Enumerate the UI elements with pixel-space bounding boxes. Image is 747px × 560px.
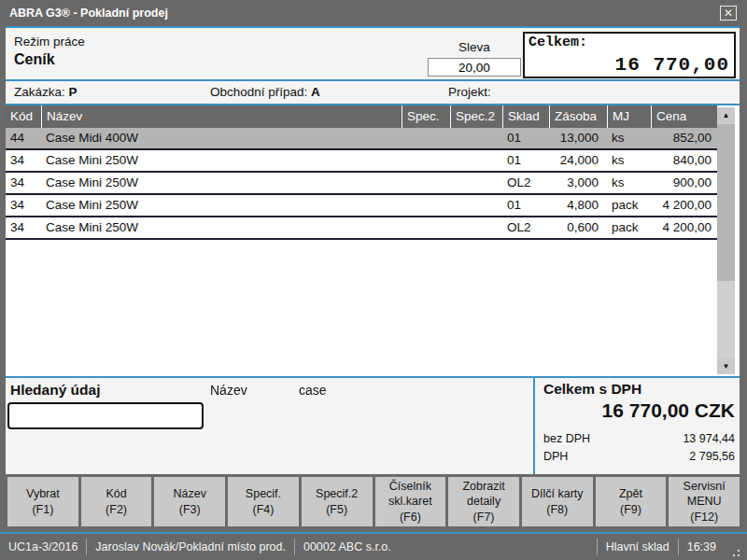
table-row[interactable]: 44Case Midi 400W0113,000ks852,00 [6,128,717,150]
column-header-kd: Kód [6,105,41,128]
table-row[interactable]: 34Case Mini 250WOL20,600pack4 200,00 [6,217,717,240]
totals-row-label: DPH [543,448,568,466]
fn-button-key: (F4) [253,502,275,517]
close-icon[interactable]: ✕ [720,6,737,21]
scroll-down-icon[interactable]: ▼ [717,358,735,374]
cell-kod: 34 [6,150,41,171]
fn-button-f7[interactable]: Zobrazit detaily(F7) [448,477,519,526]
scroll-up-icon[interactable]: ▲ [717,107,735,123]
totals-row-value: 2 795,56 [689,448,735,466]
totals-row: DPH2 795,56 [543,448,735,466]
fn-button-f4[interactable]: Specif.(F4) [228,477,299,526]
order-label: Zakázka: [14,85,65,99]
project-field: Projekt: [448,85,491,99]
mode-value: Ceník [14,51,55,68]
fn-button-f12[interactable]: Servisní MENU(F12) [669,477,740,526]
function-button-bar: Vybrat(F1)Kód(F2)Název(F3)Specif.(F4)Spe… [6,474,741,532]
resize-grip-icon[interactable] [728,547,741,560]
cell-sklad: OL2 [502,173,549,193]
business-case-label: Obchodní případ: [210,85,307,99]
window-title: ABRA G3® - Pokladní prodej [0,7,168,20]
grand-total-value: 16 770,00 CZK [543,399,735,422]
cell-spec2 [450,128,502,148]
cell-spec2 [450,150,502,171]
cell-nazev: Case Mini 250W [41,195,402,216]
fn-button-label: Název [174,486,206,501]
fn-button-f8[interactable]: Dílčí karty(F8) [522,477,593,526]
price-list-table: KódNázevSpec.Spec.2SkladZásobaMJCena 44C… [6,105,740,378]
cell-nazev: Case Mini 250W [41,217,402,238]
total-label: Celkem: [529,35,587,50]
status-item: Hlavní sklad [598,540,678,553]
cell-spec [402,128,450,148]
scrollbar-thumb[interactable] [717,124,735,281]
cell-nazev: Case Midi 400W [41,128,402,148]
cell-mj: pack [607,217,651,238]
status-item: 16:39 [679,540,725,553]
fn-button-label: Kód [106,486,126,501]
table-row[interactable]: 34Case Mini 250W0124,000ks840,00 [6,150,717,173]
fn-button-label: Specif. [246,486,281,501]
totals-title: Celkem s DPH [543,381,735,398]
bottom-panel: Hledaný údaj Název case Celkem s DPH 16 … [6,378,740,474]
lookup-field-value: case [299,383,327,398]
fn-button-f6[interactable]: Číselník skl.karet(F6) [375,477,446,526]
business-case-value: A [311,85,320,99]
fn-button-key: (F9) [620,502,641,517]
totals-row: bez DPH13 974,44 [543,430,735,448]
cell-spec2 [450,195,502,216]
fn-button-f2[interactable]: Kód(F2) [81,477,152,526]
project-label: Projekt: [448,85,491,99]
business-case-field: Obchodní případ: A [210,85,320,99]
column-header-mj: MJ [607,105,651,128]
discount-input[interactable] [428,58,521,77]
column-header-sklad: Sklad [502,105,549,128]
totals-breakdown: bez DPH13 974,44DPH2 795,56 [543,430,735,466]
search-label: Hledaný údaj [10,382,100,399]
table-row[interactable]: 34Case Mini 250W014,800pack4 200,00 [6,195,717,217]
cell-spec2 [450,173,502,193]
cell-cena: 852,00 [651,128,717,148]
cell-zasoba: 0,600 [549,217,607,238]
cell-mj: ks [607,173,651,193]
cell-zasoba: 24,000 [549,150,607,171]
fn-button-label: Servisní MENU [670,479,738,510]
cell-spec [402,195,450,216]
cell-kod: 34 [6,195,41,216]
total-value: 16 770,00 [615,54,729,76]
cell-mj: pack [607,195,651,216]
fn-button-label: Zobrazit detaily [450,479,517,510]
mode-label: Režim práce [14,35,85,49]
cell-zasoba: 3,000 [549,173,607,193]
cell-sklad: 01 [502,195,549,216]
fn-button-f3[interactable]: Název(F3) [154,477,225,526]
totals-row-value: 13 974,44 [683,430,735,448]
status-bar: UC1a-3/2016Jaroslav Novák/Pokladní místo… [0,532,747,560]
cell-cena: 840,00 [651,150,717,171]
vertical-scrollbar[interactable]: ▲ ▼ [717,107,735,374]
context-row: Zakázka: P Obchodní případ: A Projekt: [6,81,740,105]
title-bar: ABRA G3® - Pokladní prodej ✕ [0,0,747,26]
cell-sklad: OL2 [502,217,549,238]
cell-zasoba: 13,000 [549,128,607,148]
column-header-spec: Spec. [402,105,450,128]
search-input[interactable] [7,402,204,429]
table-body: 44Case Midi 400W0113,000ks852,0034Case M… [6,128,740,240]
fn-button-f5[interactable]: Specif.2(F5) [302,477,373,526]
fn-button-f9[interactable]: Zpět(F9) [596,477,667,526]
column-header-nzev: Název [41,105,402,128]
cell-sklad: 01 [502,150,549,171]
fn-button-key: (F2) [106,502,127,517]
fn-button-label: Dílčí karty [531,486,584,501]
fn-button-key: (F3) [179,502,201,517]
table-row[interactable]: 34Case Mini 250WOL23,000ks900,00 [6,173,717,195]
column-header-zsoba: Zásoba [549,105,607,128]
fn-button-key: (F8) [546,502,568,517]
order-field: Zakázka: P [14,85,78,99]
totals-row-label: bez DPH [543,430,590,448]
status-item: Jaroslav Novák/Pokladní místo prod. [87,540,294,553]
cell-nazev: Case Mini 250W [41,150,402,171]
fn-button-f1[interactable]: Vybrat(F1) [7,477,78,526]
column-header-cena: Cena [651,105,717,128]
column-header-spec2: Spec.2 [450,105,502,128]
